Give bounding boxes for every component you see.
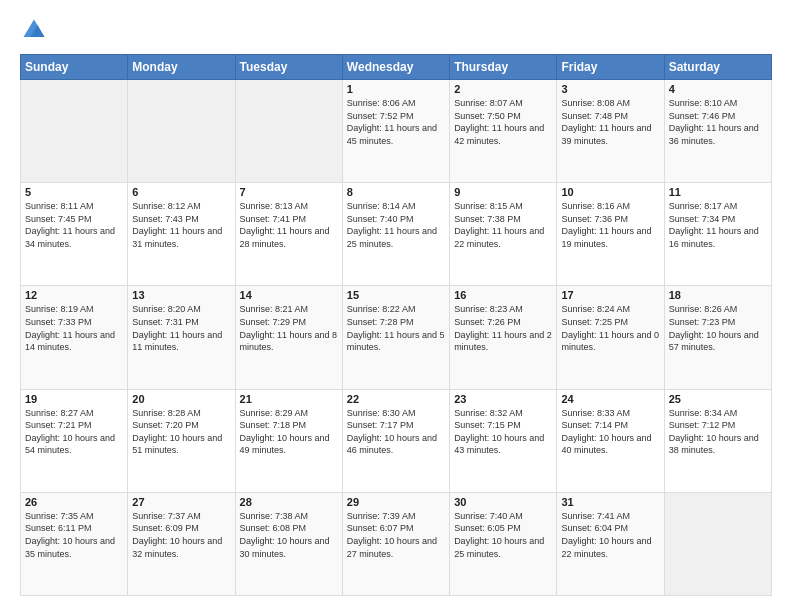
- calendar-cell: [235, 80, 342, 183]
- calendar-cell: 26Sunrise: 7:35 AMSunset: 6:11 PMDayligh…: [21, 492, 128, 595]
- calendar-cell: 9Sunrise: 8:15 AMSunset: 7:38 PMDaylight…: [450, 183, 557, 286]
- calendar-cell: 14Sunrise: 8:21 AMSunset: 7:29 PMDayligh…: [235, 286, 342, 389]
- calendar-cell: 17Sunrise: 8:24 AMSunset: 7:25 PMDayligh…: [557, 286, 664, 389]
- day-info: Sunrise: 8:14 AMSunset: 7:40 PMDaylight:…: [347, 200, 445, 250]
- calendar-cell: 8Sunrise: 8:14 AMSunset: 7:40 PMDaylight…: [342, 183, 449, 286]
- day-number: 22: [347, 393, 445, 405]
- weekday-header-sunday: Sunday: [21, 55, 128, 80]
- calendar-cell: 29Sunrise: 7:39 AMSunset: 6:07 PMDayligh…: [342, 492, 449, 595]
- weekday-header-tuesday: Tuesday: [235, 55, 342, 80]
- calendar-cell: 31Sunrise: 7:41 AMSunset: 6:04 PMDayligh…: [557, 492, 664, 595]
- day-info: Sunrise: 8:20 AMSunset: 7:31 PMDaylight:…: [132, 303, 230, 353]
- day-number: 29: [347, 496, 445, 508]
- day-number: 4: [669, 83, 767, 95]
- day-info: Sunrise: 7:37 AMSunset: 6:09 PMDaylight:…: [132, 510, 230, 560]
- day-info: Sunrise: 8:32 AMSunset: 7:15 PMDaylight:…: [454, 407, 552, 457]
- calendar-cell: 13Sunrise: 8:20 AMSunset: 7:31 PMDayligh…: [128, 286, 235, 389]
- day-number: 8: [347, 186, 445, 198]
- day-number: 25: [669, 393, 767, 405]
- calendar-cell: 27Sunrise: 7:37 AMSunset: 6:09 PMDayligh…: [128, 492, 235, 595]
- day-number: 28: [240, 496, 338, 508]
- day-number: 1: [347, 83, 445, 95]
- day-info: Sunrise: 8:21 AMSunset: 7:29 PMDaylight:…: [240, 303, 338, 353]
- day-number: 19: [25, 393, 123, 405]
- weekday-header-row: SundayMondayTuesdayWednesdayThursdayFrid…: [21, 55, 772, 80]
- weekday-header-wednesday: Wednesday: [342, 55, 449, 80]
- logo-icon: [20, 16, 48, 44]
- day-number: 27: [132, 496, 230, 508]
- day-info: Sunrise: 8:13 AMSunset: 7:41 PMDaylight:…: [240, 200, 338, 250]
- day-number: 12: [25, 289, 123, 301]
- header: [20, 16, 772, 44]
- calendar-cell: 28Sunrise: 7:38 AMSunset: 6:08 PMDayligh…: [235, 492, 342, 595]
- calendar-cell: 6Sunrise: 8:12 AMSunset: 7:43 PMDaylight…: [128, 183, 235, 286]
- day-number: 13: [132, 289, 230, 301]
- calendar-cell: 2Sunrise: 8:07 AMSunset: 7:50 PMDaylight…: [450, 80, 557, 183]
- day-info: Sunrise: 8:29 AMSunset: 7:18 PMDaylight:…: [240, 407, 338, 457]
- calendar-cell: 25Sunrise: 8:34 AMSunset: 7:12 PMDayligh…: [664, 389, 771, 492]
- day-info: Sunrise: 8:08 AMSunset: 7:48 PMDaylight:…: [561, 97, 659, 147]
- day-number: 24: [561, 393, 659, 405]
- week-row-5: 26Sunrise: 7:35 AMSunset: 6:11 PMDayligh…: [21, 492, 772, 595]
- calendar-cell: 1Sunrise: 8:06 AMSunset: 7:52 PMDaylight…: [342, 80, 449, 183]
- day-number: 9: [454, 186, 552, 198]
- day-info: Sunrise: 8:12 AMSunset: 7:43 PMDaylight:…: [132, 200, 230, 250]
- day-info: Sunrise: 8:15 AMSunset: 7:38 PMDaylight:…: [454, 200, 552, 250]
- week-row-2: 5Sunrise: 8:11 AMSunset: 7:45 PMDaylight…: [21, 183, 772, 286]
- weekday-header-thursday: Thursday: [450, 55, 557, 80]
- calendar-cell: 15Sunrise: 8:22 AMSunset: 7:28 PMDayligh…: [342, 286, 449, 389]
- calendar-cell: [128, 80, 235, 183]
- calendar-cell: 4Sunrise: 8:10 AMSunset: 7:46 PMDaylight…: [664, 80, 771, 183]
- day-info: Sunrise: 8:19 AMSunset: 7:33 PMDaylight:…: [25, 303, 123, 353]
- day-info: Sunrise: 8:33 AMSunset: 7:14 PMDaylight:…: [561, 407, 659, 457]
- calendar-cell: 23Sunrise: 8:32 AMSunset: 7:15 PMDayligh…: [450, 389, 557, 492]
- week-row-4: 19Sunrise: 8:27 AMSunset: 7:21 PMDayligh…: [21, 389, 772, 492]
- day-number: 21: [240, 393, 338, 405]
- day-number: 23: [454, 393, 552, 405]
- day-info: Sunrise: 8:10 AMSunset: 7:46 PMDaylight:…: [669, 97, 767, 147]
- day-number: 16: [454, 289, 552, 301]
- calendar-cell: 24Sunrise: 8:33 AMSunset: 7:14 PMDayligh…: [557, 389, 664, 492]
- day-info: Sunrise: 8:27 AMSunset: 7:21 PMDaylight:…: [25, 407, 123, 457]
- day-info: Sunrise: 8:34 AMSunset: 7:12 PMDaylight:…: [669, 407, 767, 457]
- day-info: Sunrise: 8:07 AMSunset: 7:50 PMDaylight:…: [454, 97, 552, 147]
- calendar-cell: 22Sunrise: 8:30 AMSunset: 7:17 PMDayligh…: [342, 389, 449, 492]
- day-info: Sunrise: 7:38 AMSunset: 6:08 PMDaylight:…: [240, 510, 338, 560]
- day-info: Sunrise: 8:30 AMSunset: 7:17 PMDaylight:…: [347, 407, 445, 457]
- calendar-cell: 19Sunrise: 8:27 AMSunset: 7:21 PMDayligh…: [21, 389, 128, 492]
- logo: [20, 16, 52, 44]
- day-number: 5: [25, 186, 123, 198]
- day-info: Sunrise: 8:06 AMSunset: 7:52 PMDaylight:…: [347, 97, 445, 147]
- day-number: 7: [240, 186, 338, 198]
- calendar-cell: 5Sunrise: 8:11 AMSunset: 7:45 PMDaylight…: [21, 183, 128, 286]
- day-number: 15: [347, 289, 445, 301]
- day-info: Sunrise: 8:26 AMSunset: 7:23 PMDaylight:…: [669, 303, 767, 353]
- calendar-cell: 21Sunrise: 8:29 AMSunset: 7:18 PMDayligh…: [235, 389, 342, 492]
- day-info: Sunrise: 8:11 AMSunset: 7:45 PMDaylight:…: [25, 200, 123, 250]
- calendar-cell: 3Sunrise: 8:08 AMSunset: 7:48 PMDaylight…: [557, 80, 664, 183]
- week-row-1: 1Sunrise: 8:06 AMSunset: 7:52 PMDaylight…: [21, 80, 772, 183]
- day-info: Sunrise: 8:24 AMSunset: 7:25 PMDaylight:…: [561, 303, 659, 353]
- day-number: 26: [25, 496, 123, 508]
- calendar-cell: 12Sunrise: 8:19 AMSunset: 7:33 PMDayligh…: [21, 286, 128, 389]
- day-info: Sunrise: 8:17 AMSunset: 7:34 PMDaylight:…: [669, 200, 767, 250]
- page: SundayMondayTuesdayWednesdayThursdayFrid…: [0, 0, 792, 612]
- day-number: 2: [454, 83, 552, 95]
- day-number: 18: [669, 289, 767, 301]
- day-info: Sunrise: 7:40 AMSunset: 6:05 PMDaylight:…: [454, 510, 552, 560]
- day-info: Sunrise: 7:41 AMSunset: 6:04 PMDaylight:…: [561, 510, 659, 560]
- day-info: Sunrise: 8:28 AMSunset: 7:20 PMDaylight:…: [132, 407, 230, 457]
- weekday-header-friday: Friday: [557, 55, 664, 80]
- day-number: 3: [561, 83, 659, 95]
- day-info: Sunrise: 8:16 AMSunset: 7:36 PMDaylight:…: [561, 200, 659, 250]
- calendar-cell: 10Sunrise: 8:16 AMSunset: 7:36 PMDayligh…: [557, 183, 664, 286]
- day-number: 20: [132, 393, 230, 405]
- calendar-cell: [21, 80, 128, 183]
- weekday-header-monday: Monday: [128, 55, 235, 80]
- weekday-header-saturday: Saturday: [664, 55, 771, 80]
- day-number: 6: [132, 186, 230, 198]
- day-number: 11: [669, 186, 767, 198]
- calendar-cell: 30Sunrise: 7:40 AMSunset: 6:05 PMDayligh…: [450, 492, 557, 595]
- day-number: 31: [561, 496, 659, 508]
- calendar-cell: 11Sunrise: 8:17 AMSunset: 7:34 PMDayligh…: [664, 183, 771, 286]
